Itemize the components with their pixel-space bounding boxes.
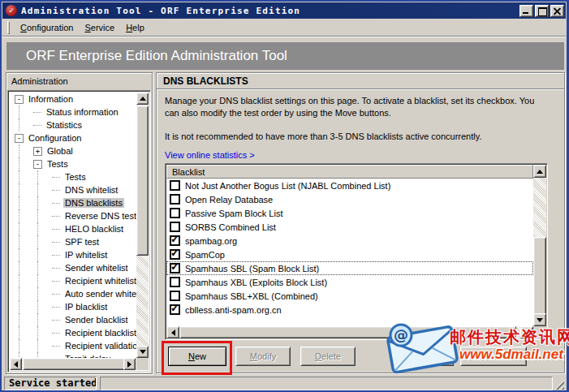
- move-down-button[interactable]: Move Down: [460, 347, 527, 366]
- blacklist-checkbox[interactable]: [170, 304, 180, 315]
- tree-hscrollbar-thumb[interactable]: [23, 358, 126, 370]
- menu-grip[interactable]: [7, 21, 10, 34]
- tree-expander[interactable]: [52, 177, 60, 178]
- tree-item-label[interactable]: Status information: [45, 107, 120, 117]
- tree-expander[interactable]: [33, 125, 41, 126]
- blacklist-row[interactable]: cblless.anti-spam.org.cn: [166, 303, 533, 317]
- tree-scroll-left-button[interactable]: [10, 358, 22, 370]
- tree-item-label[interactable]: DNS whitelist: [63, 185, 119, 195]
- tree-item[interactable]: Auto sender whitelist: [10, 287, 136, 300]
- list-scroll-down-button[interactable]: [533, 313, 546, 326]
- tree-item[interactable]: - Configuration: [10, 131, 136, 144]
- tree-expander[interactable]: [52, 203, 60, 204]
- close-button[interactable]: [550, 5, 564, 17]
- tree-item-label[interactable]: Sender blacklist: [63, 315, 130, 325]
- tree-item-label[interactable]: IP whitelist: [63, 250, 109, 260]
- tree-item-label[interactable]: SPF test: [63, 237, 101, 247]
- tree-item-label[interactable]: Information: [27, 94, 75, 104]
- tree-item[interactable]: Sender blacklist: [10, 313, 136, 326]
- blacklist-checkbox[interactable]: [170, 235, 180, 246]
- tree-expander[interactable]: [52, 333, 60, 334]
- blacklist-row[interactable]: Not Just Another Bogus List (NJABL Combi…: [166, 179, 533, 192]
- tree-expander[interactable]: [52, 242, 60, 243]
- minimize-button[interactable]: [519, 5, 533, 17]
- tree-expander[interactable]: [52, 307, 60, 308]
- tree-expander[interactable]: [33, 112, 41, 113]
- tree-item-label[interactable]: Recipient validation: [63, 341, 136, 351]
- list-hscrollbar-thumb[interactable]: [179, 326, 516, 338]
- maximize-button[interactable]: [535, 5, 549, 17]
- tree-item-label[interactable]: Reverse DNS test: [63, 211, 136, 221]
- blacklist-row[interactable]: spambag.org: [166, 234, 533, 248]
- blacklist-checkbox[interactable]: [170, 180, 180, 191]
- list-vscrollbar-thumb[interactable]: [533, 237, 546, 315]
- blacklist-checkbox[interactable]: [170, 277, 180, 287]
- tree-item[interactable]: Recipient validation: [10, 339, 136, 352]
- blacklist-row[interactable]: Open Relay Database: [166, 192, 533, 206]
- blacklist-row[interactable]: Spamhaus SBL (Spam Block List): [166, 261, 533, 275]
- blacklist-checkbox[interactable]: [170, 249, 180, 260]
- tree-item[interactable]: Tests: [10, 170, 136, 183]
- resize-grip[interactable]: [554, 379, 564, 390]
- tree-expander[interactable]: +: [33, 147, 42, 156]
- blacklist-checkbox[interactable]: [170, 208, 180, 218]
- tree-scroll-up-button[interactable]: [136, 93, 149, 105]
- menu-configuration[interactable]: Configuration: [15, 21, 79, 34]
- tree-item-label[interactable]: HELO blacklist: [63, 224, 125, 234]
- tree-item-label[interactable]: Global: [45, 146, 75, 156]
- blacklist-checkbox[interactable]: [170, 263, 180, 274]
- menu-help[interactable]: Help: [120, 21, 150, 34]
- list-scroll-right-button[interactable]: [520, 326, 533, 338]
- tree-expander[interactable]: [52, 294, 60, 295]
- tree-expander[interactable]: [52, 320, 60, 321]
- tree-item-label[interactable]: Auto sender whitelist: [63, 289, 136, 299]
- tree-item[interactable]: HELO blacklist: [10, 222, 136, 235]
- blacklist-row[interactable]: Spamhaus XBL (Exploits Block List): [166, 275, 533, 289]
- tree-item-label[interactable]: Recipient blacklist: [63, 328, 136, 338]
- tree-item-label[interactable]: IP blacklist: [63, 302, 109, 312]
- blacklist-column-header[interactable]: Blacklist: [166, 165, 533, 179]
- tree-item-label[interactable]: Recipient whitelist: [63, 276, 136, 286]
- blacklist-row[interactable]: SpamCop: [166, 248, 533, 261]
- tree-item-label[interactable]: Statistics: [45, 120, 84, 130]
- tree-expander[interactable]: -: [15, 95, 24, 104]
- tree-item-label[interactable]: Tests: [45, 159, 70, 169]
- tree-expander[interactable]: [52, 216, 60, 217]
- tree-item[interactable]: Status information: [10, 106, 136, 118]
- tree-item[interactable]: DNS blacklists: [10, 196, 136, 209]
- tree-item-label[interactable]: Sender whitelist: [63, 263, 130, 273]
- tree-item[interactable]: - Tests: [10, 157, 136, 170]
- tree-expander[interactable]: [52, 281, 60, 282]
- tree-item[interactable]: Reverse DNS test: [10, 209, 136, 222]
- tree-item[interactable]: DNS whitelist: [10, 183, 136, 196]
- view-online-statistics-link[interactable]: View online statistics >: [165, 150, 255, 160]
- tree-item-label[interactable]: Tests: [63, 172, 88, 182]
- blacklist-checkbox[interactable]: [170, 291, 180, 301]
- blacklist-checkbox[interactable]: [170, 222, 180, 232]
- tree-item[interactable]: Recipient whitelist: [10, 274, 136, 287]
- tree-item[interactable]: + Global: [10, 144, 136, 157]
- tree-item[interactable]: IP blacklist: [10, 300, 136, 313]
- tree-expander[interactable]: -: [33, 160, 42, 169]
- tree-expander[interactable]: -: [15, 134, 24, 143]
- tree-expander[interactable]: [52, 268, 60, 269]
- delete-button[interactable]: Delete: [300, 347, 356, 366]
- tree-expander[interactable]: [52, 229, 60, 230]
- tree-expander[interactable]: [52, 190, 60, 191]
- tree-item[interactable]: SPF test: [10, 235, 136, 248]
- tree-item[interactable]: IP whitelist: [10, 248, 136, 261]
- tree-item[interactable]: - Information: [10, 93, 136, 106]
- tree-expander[interactable]: [52, 255, 60, 256]
- tree-item-label[interactable]: DNS blacklists: [63, 198, 124, 208]
- menu-service[interactable]: Service: [79, 21, 120, 34]
- tree-item[interactable]: Recipient blacklist: [10, 326, 136, 339]
- tree-expander[interactable]: [52, 346, 60, 347]
- new-button[interactable]: New: [168, 347, 226, 366]
- tree-item[interactable]: Tarpit delay: [10, 352, 136, 358]
- blacklist-row[interactable]: Passive Spam Block List: [166, 206, 533, 220]
- blacklist-row[interactable]: Spamhaus SBL+XBL (Combined): [166, 289, 533, 303]
- tree-item[interactable]: Sender whitelist: [10, 261, 136, 274]
- move-up-button[interactable]: Move Up: [397, 347, 454, 366]
- modify-button[interactable]: Modify: [235, 347, 291, 366]
- list-scroll-left-button[interactable]: [166, 326, 179, 338]
